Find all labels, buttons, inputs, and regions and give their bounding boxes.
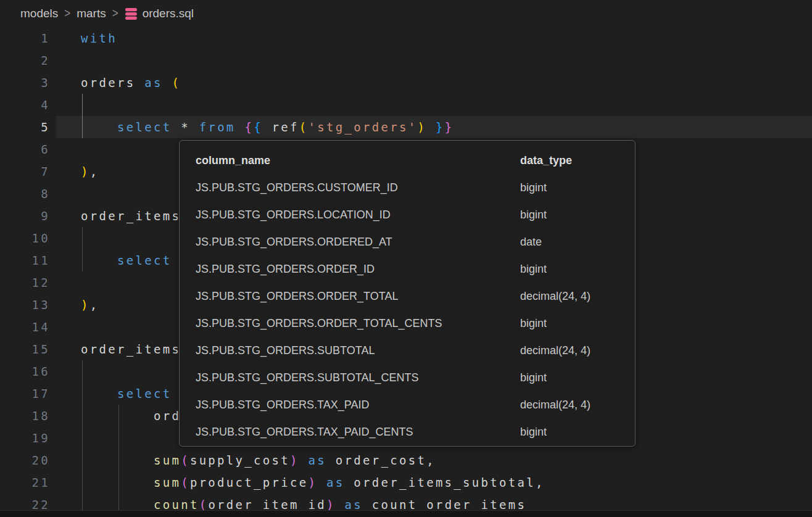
column-row: JS.PUB.STG_ORDERS.TAX_PAIDdecimal(24, 4): [180, 391, 635, 418]
code-text: order_items: [81, 338, 181, 360]
line-number[interactable]: 21: [0, 471, 50, 494]
popup-header-row: column_name data_type: [180, 147, 635, 174]
code-text: ord: [81, 405, 181, 427]
code-text: select: [81, 249, 172, 271]
code-text: orders as (: [81, 72, 181, 94]
data-type-cell: bigint: [520, 317, 547, 330]
code-text: ),: [81, 294, 99, 316]
line-number[interactable]: 9: [0, 205, 50, 227]
column-row: JS.PUB.STG_ORDERS.LOCATION_IDbigint: [180, 201, 635, 228]
column-row: JS.PUB.STG_ORDERS.SUBTOTAL_CENTSbigint: [180, 364, 635, 391]
column-row: JS.PUB.STG_ORDERS.SUBTOTALdecimal(24, 4): [180, 337, 635, 364]
line-number[interactable]: 3: [0, 72, 50, 94]
popup-header-data-type: data_type: [520, 154, 572, 167]
line-number[interactable]: 8: [0, 183, 50, 205]
column-name-cell: JS.PUB.STG_ORDERS.ORDER_ID: [196, 263, 520, 276]
code-text: sum(product_price) as order_items_subtot…: [81, 471, 545, 494]
column-name-cell: JS.PUB.STG_ORDERS.TAX_PAID_CENTS: [196, 426, 520, 439]
data-type-cell: date: [520, 236, 542, 249]
column-row: JS.PUB.STG_ORDERS.ORDERED_ATdate: [180, 228, 635, 255]
breadcrumb-item-marts[interactable]: marts: [77, 7, 106, 20]
database-icon: [125, 7, 138, 20]
code-text: order_items: [81, 205, 181, 227]
line-number[interactable]: 17: [0, 383, 50, 405]
data-type-cell: decimal(24, 4): [520, 290, 590, 303]
editor-window: models > marts > orders.sql 1with23order…: [0, 0, 812, 517]
line-number[interactable]: 16: [0, 360, 50, 383]
line-number[interactable]: 6: [0, 138, 50, 160]
code-line-3[interactable]: 3orders as (: [0, 72, 812, 94]
data-type-cell: decimal(24, 4): [520, 399, 590, 412]
line-number[interactable]: 18: [0, 405, 50, 427]
code-text: select: [81, 383, 172, 405]
line-number[interactable]: 15: [0, 338, 50, 360]
code-line-5[interactable]: 5 select * from {{ ref('stg_orders') }}: [0, 116, 812, 138]
line-number[interactable]: 19: [0, 427, 50, 449]
column-row: JS.PUB.STG_ORDERS.ORDER_IDbigint: [180, 255, 635, 283]
code-text: ),: [81, 160, 99, 183]
breadcrumb-file-name: orders.sql: [143, 7, 194, 20]
indent-guide: [82, 227, 83, 249]
column-name-cell: JS.PUB.STG_ORDERS.TAX_PAID: [196, 399, 520, 412]
line-number[interactable]: 5: [0, 116, 50, 138]
breadcrumb: models > marts > orders.sql: [0, 0, 812, 27]
column-row: JS.PUB.STG_ORDERS.ORDER_TOTALdecimal(24,…: [180, 283, 635, 310]
line-number[interactable]: 4: [0, 94, 50, 116]
column-row: JS.PUB.STG_ORDERS.TAX_PAID_CENTSbigint: [180, 418, 635, 445]
data-type-cell: decimal(24, 4): [520, 344, 590, 357]
breadcrumb-item-file[interactable]: orders.sql: [125, 7, 194, 20]
line-number[interactable]: 1: [0, 27, 50, 49]
data-type-cell: bigint: [520, 371, 547, 384]
indent-guide: [82, 427, 83, 449]
chevron-right-icon: >: [112, 7, 118, 21]
indent-guide: [82, 360, 83, 383]
line-number[interactable]: 10: [0, 227, 50, 249]
line-number[interactable]: 7: [0, 160, 50, 183]
code-text: select * from {{ ref('stg_orders') }}: [81, 116, 454, 138]
indent-guide: [82, 94, 83, 116]
column-name-cell: JS.PUB.STG_ORDERS.CUSTOMER_ID: [196, 181, 520, 194]
column-name-cell: JS.PUB.STG_ORDERS.SUBTOTAL: [196, 344, 520, 357]
data-type-cell: bigint: [520, 426, 547, 439]
data-type-cell: bigint: [520, 209, 547, 221]
indent-guide: [118, 427, 119, 449]
line-number[interactable]: 12: [0, 271, 50, 294]
popup-rows: JS.PUB.STG_ORDERS.CUSTOMER_IDbigintJS.PU…: [180, 174, 635, 445]
column-row: JS.PUB.STG_ORDERS.CUSTOMER_IDbigint: [180, 174, 635, 201]
code-text: sum(supply_cost) as order_cost,: [81, 449, 436, 471]
data-type-cell: bigint: [520, 181, 547, 194]
line-number[interactable]: 2: [0, 49, 50, 72]
code-line-1[interactable]: 1with: [0, 27, 812, 49]
column-info-popup: column_name data_type JS.PUB.STG_ORDERS.…: [179, 140, 636, 447]
popup-header-column-name: column_name: [196, 154, 520, 167]
code-line-4[interactable]: 4: [0, 94, 812, 116]
line-number[interactable]: 13: [0, 294, 50, 316]
line-number[interactable]: 14: [0, 316, 50, 338]
data-type-cell: bigint: [520, 263, 547, 276]
code-line-21[interactable]: 21 sum(product_price) as order_items_sub…: [0, 471, 812, 494]
breadcrumb-item-models[interactable]: models: [20, 7, 58, 20]
line-number[interactable]: 11: [0, 249, 50, 271]
code-text: with: [81, 27, 117, 49]
column-row: JS.PUB.STG_ORDERS.ORDER_TOTAL_CENTSbigin…: [180, 310, 635, 337]
column-name-cell: JS.PUB.STG_ORDERS.SUBTOTAL_CENTS: [196, 371, 520, 384]
panel-divider: [0, 510, 812, 517]
column-name-cell: JS.PUB.STG_ORDERS.ORDER_TOTAL: [196, 290, 520, 303]
column-name-cell: JS.PUB.STG_ORDERS.ORDERED_AT: [196, 236, 520, 249]
code-line-2[interactable]: 2: [0, 49, 812, 72]
code-line-20[interactable]: 20 sum(supply_cost) as order_cost,: [0, 449, 812, 471]
chevron-right-icon: >: [64, 7, 70, 21]
column-name-cell: JS.PUB.STG_ORDERS.ORDER_TOTAL_CENTS: [196, 317, 520, 330]
column-name-cell: JS.PUB.STG_ORDERS.LOCATION_ID: [196, 209, 520, 221]
line-number[interactable]: 20: [0, 449, 50, 471]
